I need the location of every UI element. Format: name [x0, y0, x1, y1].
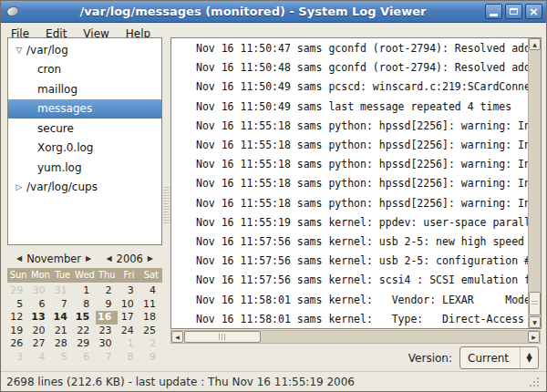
scroll-left-button[interactable]: ◀ [171, 331, 183, 343]
scroll-down-button[interactable]: ▼ [529, 316, 541, 328]
calendar-day[interactable]: 2 [96, 284, 118, 298]
prev-month-button[interactable]: ◀ [12, 254, 26, 263]
maximize-button[interactable] [505, 4, 522, 19]
log-line: Nov 16 11:55:18 sams python: hpssd[2256]… [196, 174, 528, 193]
calendar-day[interactable]: 23 [96, 325, 118, 338]
combo-spinner[interactable]: ▲ ▼ [520, 347, 538, 368]
tree-row[interactable]: ▽ /var/log [8, 40, 161, 60]
calendar-day[interactable]: 22 [74, 325, 96, 338]
calendar-day[interactable]: 9 [96, 298, 118, 312]
tree-row[interactable]: messages [8, 99, 161, 119]
calendar-day[interactable]: 18 [140, 311, 162, 325]
log-line: Nov 16 11:50:47 sams gconfd (root-2794):… [196, 39, 528, 58]
calendar-day[interactable]: 19 [7, 325, 29, 338]
tree-row[interactable]: maillog [8, 79, 161, 99]
log-line: Nov 16 11:55:18 sams python: hpssd[2256]… [196, 155, 528, 174]
calendar-day[interactable]: 28 [52, 337, 74, 351]
calendar-day[interactable]: 9 [140, 351, 162, 365]
version-row: Version: Current ▲ ▼ [408, 346, 539, 370]
log-line: Nov 16 11:57:56 sams kernel: scsi4 : SCS… [196, 271, 528, 290]
log-view: Nov 16 11:50:47 sams gconfd (root-2794):… [170, 37, 542, 329]
calendar-day[interactable]: 6 [74, 351, 96, 365]
day-name: Thu [96, 268, 118, 283]
close-icon: × [529, 5, 539, 17]
calendar-day-names: SunMonTueWedThuFriSat [7, 268, 162, 283]
calendar-day[interactable]: 31 [52, 284, 74, 298]
titlebar[interactable]: /var/log/messages (monitored) - System L… [1, 1, 546, 23]
calendar-day[interactable]: 21 [52, 325, 74, 338]
maximize-icon [510, 8, 518, 15]
calendar-day[interactable]: 4 [29, 351, 51, 365]
calendar-day[interactable]: 14 [52, 311, 74, 325]
calendar-year: 2006 [117, 253, 143, 265]
calendar-day[interactable]: 1 [118, 337, 139, 351]
calendar-day[interactable]: 30 [29, 284, 51, 298]
thumb-grip-icon [219, 334, 227, 340]
calendar-day[interactable]: 26 [7, 337, 29, 351]
horizontal-scroll-thumb[interactable] [184, 331, 261, 343]
calendar-day[interactable]: 15 [74, 311, 96, 325]
calendar-day[interactable]: 30 [96, 337, 118, 351]
calendar-day[interactable]: 7 [52, 298, 74, 312]
calendar-day[interactable]: 3 [118, 284, 139, 298]
log-line: Nov 16 11:55:18 sams python: hpssd[2256]… [196, 117, 528, 136]
log-line: Nov 16 11:50:49 sams last message repeat… [196, 98, 528, 117]
calendar-day[interactable]: 13 [29, 311, 51, 325]
day-name: Tue [52, 268, 74, 283]
calendar-day[interactable]: 2 [140, 337, 162, 351]
log-lines: Nov 16 11:50:47 sams gconfd (root-2794):… [171, 39, 528, 328]
horizontal-scrollbar[interactable]: ◀ ▶ [170, 330, 541, 344]
scroll-right-button[interactable]: ▶ [528, 331, 540, 343]
calendar-day[interactable]: 6 [29, 298, 51, 312]
next-year-button[interactable]: ▶ [143, 254, 158, 263]
vertical-scroll-thumb[interactable] [529, 292, 541, 315]
calendar-day[interactable]: 27 [29, 337, 51, 351]
tree-row[interactable]: yum.log [8, 158, 161, 178]
prev-year-button[interactable]: ◀ [101, 254, 116, 263]
calendar-day[interactable]: 8 [74, 298, 96, 312]
calendar-month: November [26, 253, 81, 265]
version-value: Current [460, 352, 520, 365]
calendar-day[interactable]: 8 [118, 351, 139, 365]
calendar-day[interactable]: 16 [96, 311, 118, 325]
expander-icon[interactable]: ▽ [12, 46, 26, 55]
log-line: Nov 16 11:55:18 sams python: hpssd[2256]… [196, 136, 528, 155]
minimize-icon [490, 14, 498, 16]
day-name: Sat [140, 268, 162, 283]
calendar-day[interactable]: 1 [74, 284, 96, 298]
calendar-day[interactable]: 20 [29, 325, 51, 338]
tree-row[interactable]: cron [8, 60, 161, 80]
minimize-button[interactable] [485, 4, 502, 19]
horizontal-scroll-track[interactable] [183, 331, 528, 343]
pane-splitter[interactable] [162, 37, 170, 330]
calendar-day[interactable]: 10 [118, 298, 139, 312]
next-month-button[interactable]: ▶ [81, 254, 96, 263]
day-name: Wed [74, 268, 96, 283]
calendar-day[interactable]: 5 [52, 351, 74, 365]
log-line: Nov 16 11:58:01 sams kernel: Vendor: LEX… [196, 291, 528, 310]
calendar-nav: ◀ November ▶ ◀ 2006 ▶ [7, 249, 162, 268]
calendar-day[interactable]: 29 [74, 337, 96, 351]
tree-row[interactable]: secure [8, 119, 161, 139]
resize-grip[interactable] [528, 376, 541, 388]
calendar-day[interactable]: 4 [140, 284, 162, 298]
scroll-up-button[interactable]: ▲ [529, 38, 541, 50]
tree-row[interactable]: ▷ /var/log/cups [8, 178, 161, 198]
calendar-day[interactable]: 5 [7, 298, 29, 312]
calendar-day[interactable]: 3 [7, 351, 29, 365]
vertical-scroll-track[interactable] [529, 50, 541, 316]
close-button[interactable]: × [525, 4, 542, 19]
tree-row-label: yum.log [37, 161, 82, 174]
calendar-day[interactable]: 17 [118, 311, 139, 325]
vertical-scrollbar[interactable]: ▲ ▼ [528, 38, 541, 328]
calendar-day[interactable]: 25 [140, 325, 162, 338]
calendar-day[interactable]: 24 [118, 325, 139, 338]
calendar-day[interactable]: 7 [96, 351, 118, 365]
version-combobox[interactable]: Current ▲ ▼ [459, 346, 539, 369]
calendar-day[interactable]: 29 [7, 284, 29, 298]
tree-row[interactable]: Xorg.0.log [8, 139, 161, 159]
calendar-day[interactable]: 11 [140, 298, 162, 312]
expander-icon[interactable]: ▷ [12, 182, 26, 191]
calendar-day[interactable]: 12 [7, 311, 29, 325]
day-name: Fri [118, 268, 139, 283]
